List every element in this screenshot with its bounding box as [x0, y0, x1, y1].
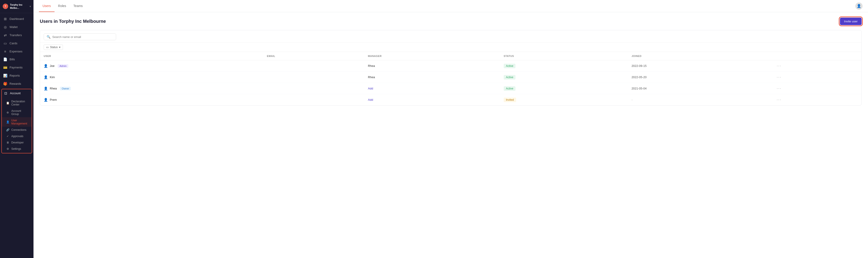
- topbar-right: 👤: [855, 2, 863, 10]
- sidebar-item-payments[interactable]: 💳 Payments: [0, 64, 33, 72]
- expenses-icon: ≡: [3, 49, 7, 53]
- sidebar-item-transfers[interactable]: ⇄ Transfers: [0, 31, 33, 39]
- developer-icon: 🖥: [6, 141, 9, 144]
- status-filter-dropdown[interactable]: ▭ Status ▾: [44, 44, 63, 50]
- sidebar-item-label: Payments: [9, 66, 23, 69]
- status-badge: Active: [504, 86, 516, 91]
- sidebar-navigation: ⊞ Dashboard ◎ Wallet ⇄ Transfers ▭ Cards…: [0, 13, 33, 258]
- sidebar-item-connections[interactable]: 🔗 Connections: [2, 127, 32, 133]
- email-cell: [264, 60, 364, 72]
- filter-chevron-icon: ▾: [59, 46, 60, 49]
- status-cell: Active: [500, 60, 628, 72]
- user-name: Kim: [50, 75, 55, 79]
- sub-nav-label: Settings: [11, 147, 21, 150]
- page-title: Users in Torphy Inc Melbourne: [40, 19, 106, 24]
- manager-cell: Add: [364, 94, 500, 106]
- user-name: Prem: [50, 98, 57, 102]
- invite-user-button[interactable]: Invite user: [840, 17, 862, 25]
- user-management-icon: 👤: [6, 120, 9, 123]
- sidebar-item-developer[interactable]: 🖥 Developer: [2, 139, 32, 146]
- reports-icon: 📊: [3, 74, 7, 78]
- search-icon: 🔍: [46, 35, 51, 39]
- sidebar-item-account-group[interactable]: ⊛ Account Group: [2, 108, 32, 117]
- tab-teams[interactable]: Teams: [70, 0, 86, 12]
- col-header-user: USER: [40, 52, 264, 60]
- manager-name: Rhea: [368, 75, 375, 79]
- col-header-joined: JOINED: [628, 52, 772, 60]
- sidebar-item-label: Wallet: [9, 25, 18, 29]
- tabs: Users Roles Teams: [39, 0, 87, 12]
- table-row: 👤 Rhea Owner Add Active 2021-05-04 ···: [40, 83, 862, 94]
- add-manager-link[interactable]: Add: [368, 87, 373, 90]
- sidebar-item-label: Expenses: [9, 50, 22, 53]
- manager-name: Rhea: [368, 64, 375, 68]
- tab-users[interactable]: Users: [39, 0, 55, 12]
- user-name: Rhea: [50, 87, 57, 90]
- account-section: ⊡ Account 📋 Declaration Center ⊛ Account…: [1, 89, 32, 153]
- brand-chevron-icon: ▾: [30, 5, 31, 8]
- manager-cell: Rhea: [364, 60, 500, 72]
- sidebar-item-label: Reports: [9, 74, 20, 77]
- sidebar-brand[interactable]: T Torphy Inc Melbo... ▾: [0, 0, 33, 13]
- email-cell: [264, 72, 364, 83]
- sidebar-item-user-management[interactable]: 👤 User Management: [2, 117, 32, 127]
- main-content: Users Roles Teams 👤 Users in Torphy Inc …: [33, 0, 868, 258]
- sidebar-item-wallet[interactable]: ◎ Wallet: [0, 23, 33, 31]
- sidebar-item-rewards[interactable]: 🎁 Rewards: [0, 80, 33, 88]
- user-profile-icon[interactable]: 👤: [855, 2, 863, 10]
- sidebar-item-expenses[interactable]: ≡ Expenses: [0, 47, 33, 56]
- rewards-icon: 🎁: [3, 82, 7, 86]
- email-cell: [264, 94, 364, 106]
- filter-icon: ▭: [46, 46, 49, 49]
- joined-date: 2022-09-15: [631, 64, 647, 68]
- page-content: Users in Torphy Inc Melbourne Invite use…: [33, 12, 868, 258]
- status-badge: Active: [504, 75, 516, 79]
- col-header-email: EMAIL: [264, 52, 364, 60]
- sidebar-item-label: Transfers: [9, 33, 22, 37]
- add-manager-link[interactable]: Add: [368, 98, 373, 102]
- payments-icon: 💳: [3, 66, 7, 70]
- users-table-container: 🔍 ▭ Status ▾ USER EMAIL MANAGER: [40, 30, 862, 106]
- more-actions-button[interactable]: ···: [776, 97, 782, 102]
- actions-cell[interactable]: ···: [772, 83, 862, 94]
- filter-bar: ▭ Status ▾: [40, 43, 862, 52]
- users-table: USER EMAIL MANAGER STATUS JOINED 👤 Joe A…: [40, 52, 862, 105]
- col-header-manager: MANAGER: [364, 52, 500, 60]
- connections-icon: 🔗: [6, 128, 9, 132]
- sidebar-item-bills[interactable]: 📄 Bills: [0, 56, 33, 64]
- user-badge: Owner: [60, 87, 71, 90]
- table-body: 👤 Joe Admin Rhea Active 2022-09-15 ··· 👤…: [40, 60, 862, 106]
- sidebar-item-declaration-center[interactable]: 📋 Declaration Center: [2, 98, 32, 108]
- sidebar-item-reports[interactable]: 📊 Reports: [0, 72, 33, 80]
- status-badge: Invited: [504, 98, 516, 102]
- status-cell: Active: [500, 72, 628, 83]
- sidebar-item-approvals[interactable]: ✓ Approvals: [2, 133, 32, 139]
- tab-roles[interactable]: Roles: [55, 0, 70, 12]
- joined-cell: -: [628, 94, 772, 106]
- sidebar-item-label: Bills: [9, 58, 15, 61]
- table-row: 👤 Prem Add Invited - ···: [40, 94, 862, 106]
- search-input[interactable]: [52, 35, 113, 39]
- table-row: 👤 Joe Admin Rhea Active 2022-09-15 ···: [40, 60, 862, 72]
- user-cell: 👤 Prem: [40, 94, 264, 106]
- sidebar-item-label: Account: [10, 91, 21, 95]
- sidebar-item-dashboard[interactable]: ⊞ Dashboard: [0, 15, 33, 23]
- actions-cell[interactable]: ···: [772, 60, 862, 72]
- user-icon: 👤: [44, 86, 48, 90]
- more-actions-button[interactable]: ···: [776, 86, 782, 91]
- bills-icon: 📄: [3, 58, 7, 62]
- user-icon: 👤: [44, 64, 48, 68]
- brand-avatar: T: [3, 4, 8, 9]
- cards-icon: ▭: [3, 41, 7, 45]
- search-input-wrap[interactable]: 🔍: [44, 33, 116, 40]
- sidebar-item-account[interactable]: ⊡ Account: [2, 89, 32, 97]
- more-actions-button[interactable]: ···: [776, 64, 782, 68]
- sidebar-item-settings[interactable]: ⚙ Settings: [2, 146, 32, 152]
- status-cell: Active: [500, 83, 628, 94]
- declaration-center-icon: 📋: [6, 102, 9, 105]
- table-row: 👤 Kim Rhea Active 2022-05-20 ···: [40, 72, 862, 83]
- actions-cell[interactable]: ···: [772, 94, 862, 106]
- more-actions-button[interactable]: ···: [776, 75, 782, 79]
- sidebar-item-cards[interactable]: ▭ Cards: [0, 39, 33, 47]
- actions-cell[interactable]: ···: [772, 72, 862, 83]
